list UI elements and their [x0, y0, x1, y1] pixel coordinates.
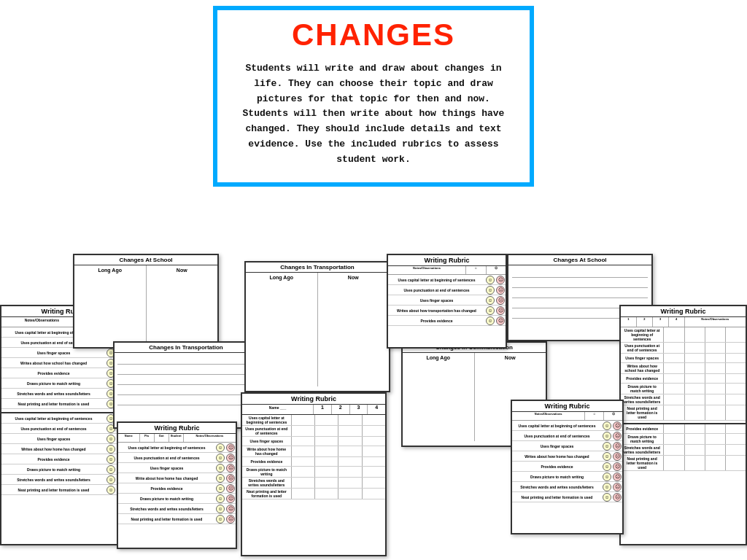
- rubric-card-2: Writing Rubric Name Pts Got Student Note…: [117, 421, 237, 549]
- main-container: CHANGES Students will write and draw abo…: [0, 0, 747, 560]
- rubric-row: Uses finger spaces ☺ ☹: [1, 348, 126, 358]
- rubric-row: Writes about how school has changed ☺ ☹: [1, 358, 126, 368]
- rubric-row: Stretches words and writes sounds/letter…: [1, 475, 126, 485]
- rubric-row: Uses punctuation at end of sentences ☺ ☹: [1, 424, 126, 434]
- rubric-row: Stretches words and writes sounds/letter…: [1, 389, 126, 399]
- rubric-title-6: Writing Rubric: [512, 401, 622, 412]
- rubric-row: Uses capital letter at beginning of sent…: [1, 413, 126, 424]
- topic-card-school-1: Changes At School Long Ago Now: [73, 254, 219, 349]
- rubric-row: Writes about how home has changed ☺ ☹: [1, 444, 126, 454]
- rubric-title-3: Writing Rubric: [242, 394, 385, 405]
- rubric-title-4: Writing Rubric: [388, 255, 506, 266]
- title-slide: CHANGES Students will write and draw abo…: [213, 6, 534, 187]
- rubric-row: Neat printing and letter formation is us…: [1, 485, 126, 495]
- rubric-row: Uses finger spaces ☺ ☹: [1, 434, 126, 444]
- rubric-row: Draws picture to match writing ☺ ☹: [1, 464, 126, 475]
- rubric-title-2: Writing Rubric: [118, 423, 236, 434]
- page-title: CHANGES: [232, 18, 515, 52]
- rubric-row: Neat printing and letter formation is us…: [1, 399, 126, 409]
- rubric-row: Provides evidence ☺ ☹: [1, 368, 126, 378]
- topic-card-transport-1: Changes In Transportation: [113, 341, 259, 429]
- rubric-card-6: Writing Rubric Notes/Observations ☺ ☹ Us…: [511, 400, 624, 534]
- topic-card-title: Changes At School: [508, 255, 651, 265]
- rubric-card-5: Writing Rubric 1 2 3 4 Notes/Observation…: [619, 305, 747, 545]
- rubric-title-5: Writing Rubric: [621, 306, 746, 317]
- topic-card-transport-center: Changes In Transportation Long Ago Now: [244, 261, 390, 392]
- rubric-card-3: Writing Rubric Name ___ 1 2 3 4 Uses cap…: [241, 392, 387, 556]
- rubric-card-4: Writing Rubric Notes/Observations ☺ ☹ Us…: [387, 254, 507, 349]
- topic-card-title: Changes In Transportation: [246, 262, 389, 273]
- topic-card-title: Changes At School: [74, 255, 217, 265]
- rubric-row: Provides evidence ☺ ☹: [1, 454, 126, 464]
- page-description: Students will write and draw about chang…: [232, 61, 515, 168]
- topic-card-title: Changes In Transportation: [115, 343, 258, 353]
- worksheets-area: Writing Rubric Notes/Observations ☺ ☹ Us…: [0, 254, 747, 560]
- rubric-row: Draws picture to match writing ☺ ☹: [1, 378, 126, 389]
